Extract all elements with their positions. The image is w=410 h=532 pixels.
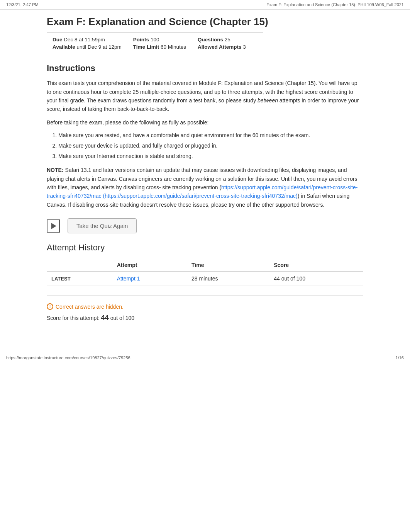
list-item: Make sure your Internet connection is st… [58,152,363,160]
divider [47,295,363,296]
attempt-1-link[interactable]: Attempt 1 [117,275,140,282]
meta-time-limit-label: Time Limit [133,44,159,50]
quiz-actions: Take the Quiz Again [47,218,363,233]
meta-time-limit: Time Limit 60 Minutes [133,44,186,50]
meta-due-value: Dec 8 at 11:59pm [64,37,105,42]
meta-questions: Questions 25 [198,37,246,42]
meta-due: Due Dec 8 at 11:59pm [53,37,122,42]
correct-answers-message: ! Correct answers are hidden. [47,303,363,310]
note-paragraph: NOTE: Safari 13.1 and later versions con… [47,166,363,209]
score-summary: Score for this attempt: 44 out of 100 [47,314,363,322]
table-header-row: Attempt Time Score [47,259,363,272]
footer-pagination: 1/16 [396,355,404,360]
page-title: Exam F: Explanation and Science (Chapter… [47,16,363,28]
meta-available-value: until Dec 9 at 12pm [77,44,122,50]
attempt-history-title: Attempt History [47,243,363,253]
take-quiz-button[interactable]: Take the Quiz Again [68,218,137,233]
table-header-attempt: Attempt [112,259,187,272]
score-suffix: out of 100 [109,315,134,321]
instructions-title: Instructions [47,63,363,73]
footer-url: https://morganstate.instructure.com/cour… [6,355,130,360]
attempt-score: 44 out of 100 [269,272,363,286]
latest-badge: LATEST [47,272,112,286]
safari-link[interactable]: https://support.apple.com/guide/safari/p… [47,184,357,199]
score-value: 44 [101,314,109,321]
meta-questions-value: 25 [225,37,230,42]
browser-bar: 12/3/21, 2:47 PM Exam F: Explanation and… [0,0,410,10]
meta-allowed-attempts-label: Allowed Attempts [198,44,242,50]
instructions-paragraph1: This exam tests your comprehension of th… [47,79,363,114]
instructions-list: Make sure you are rested, and have a com… [58,131,363,160]
meta-available: Available until Dec 9 at 12pm [53,44,122,50]
page-content: Exam F: Explanation and Science (Chapter… [39,10,371,337]
meta-points-value: 100 [151,37,159,42]
meta-box: Due Dec 8 at 11:59pm Points 100 Question… [47,32,263,54]
table-header-time: Time [187,259,269,272]
attempt-time: 28 minutes [187,272,269,286]
table-header-empty [47,259,112,272]
meta-allowed-attempts: Allowed Attempts 3 [198,44,246,50]
table-header-score: Score [269,259,363,272]
list-item: Make sure your device is updated, and fu… [58,142,363,150]
meta-due-label: Due [53,37,63,42]
browser-tab-title: Exam F: Explanation and Science (Chapter… [266,2,404,7]
list-item: Make sure you are rested, and have a com… [58,131,363,139]
play-button[interactable] [47,219,60,233]
meta-points-label: Points [133,37,149,42]
table-row: LATEST Attempt 1 28 minutes 44 out of 10… [47,272,363,286]
play-icon [51,223,56,229]
meta-time-limit-value: 60 Minutes [161,44,186,50]
attempt-history-table: Attempt Time Score LATEST Attempt 1 28 m… [47,259,363,286]
footer-bar: https://morganstate.instructure.com/cour… [0,353,410,362]
meta-available-label: Available [53,44,75,50]
note-label: NOTE: [47,167,64,173]
info-icon: ! [47,303,53,310]
browser-timestamp: 12/3/21, 2:47 PM [6,2,39,7]
correct-answers-text: Correct answers are hidden. [56,304,124,310]
score-prefix: Score for this attempt: [47,315,101,321]
attempt-link-cell: Attempt 1 [112,272,187,286]
meta-points: Points 100 [133,37,186,42]
instructions-paragraph2: Before taking the exam, please do the fo… [47,118,363,127]
meta-allowed-attempts-value: 3 [243,44,246,50]
meta-questions-label: Questions [198,37,223,42]
